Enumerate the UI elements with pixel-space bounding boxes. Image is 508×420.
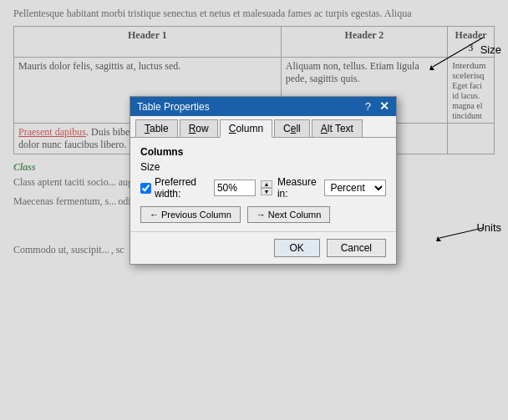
measure-in-select[interactable]: Percent Inches bbox=[324, 180, 386, 196]
preferred-width-checkbox[interactable] bbox=[140, 183, 151, 194]
width-spinner: ▲ ▼ bbox=[261, 180, 272, 195]
tab-table[interactable]: Table bbox=[135, 119, 178, 137]
cancel-button[interactable]: Cancel bbox=[327, 239, 386, 257]
dialog-title: Table Properties bbox=[137, 101, 210, 113]
size-sub-title: Size bbox=[140, 161, 386, 173]
units-callout: Units bbox=[476, 221, 501, 234]
dialog-tabs: Table Row Column Cell Alt Text bbox=[130, 116, 396, 138]
tab-column[interactable]: Column bbox=[220, 119, 272, 138]
dialog-footer: OK Cancel bbox=[130, 231, 396, 264]
preferred-width-row: Preferred width: ▲ ▼ Measure in: Percent… bbox=[140, 176, 386, 200]
dialog-close-button[interactable]: ✕ bbox=[379, 100, 389, 113]
tab-alt-text-label: Alt Text bbox=[321, 123, 353, 134]
next-column-label: Next Column bbox=[268, 210, 322, 220]
dialog-help-button[interactable]: ? bbox=[365, 100, 371, 113]
previous-column-label: Previous Column bbox=[161, 210, 231, 220]
next-arrow-icon: → bbox=[257, 210, 266, 220]
preferred-width-label: Preferred width: bbox=[140, 176, 209, 200]
dialog-titlebar: Table Properties ? ✕ bbox=[130, 97, 396, 116]
columns-section-title: Columns bbox=[140, 146, 386, 158]
tab-cell[interactable]: Cell bbox=[274, 119, 310, 137]
measure-in-label: Measure in: bbox=[277, 176, 319, 200]
spinner-down-button[interactable]: ▼ bbox=[261, 188, 272, 195]
size-callout: Size bbox=[480, 43, 501, 56]
tab-cell-label: Cell bbox=[283, 123, 301, 134]
spinner-up-button[interactable]: ▲ bbox=[261, 180, 272, 188]
tab-alt-text[interactable]: Alt Text bbox=[312, 119, 363, 137]
dialog-body: Columns Size Preferred width: ▲ ▼ Measur… bbox=[130, 138, 396, 231]
size-callout-label: Size bbox=[480, 43, 501, 56]
preferred-width-input[interactable] bbox=[214, 180, 256, 196]
table-properties-dialog: Table Properties ? ✕ Table Row Column Ce… bbox=[130, 96, 397, 265]
next-column-button[interactable]: → Next Column bbox=[247, 206, 331, 223]
tab-row-label: Row bbox=[189, 123, 209, 134]
tab-row[interactable]: Row bbox=[180, 119, 218, 137]
tab-column-label: Column bbox=[229, 123, 263, 134]
units-callout-label: Units bbox=[476, 221, 501, 234]
preferred-width-text: Preferred width: bbox=[155, 176, 209, 200]
previous-column-button[interactable]: ← Previous Column bbox=[140, 206, 241, 223]
prev-arrow-icon: ← bbox=[150, 210, 159, 220]
column-nav-buttons: ← Previous Column → Next Column bbox=[140, 206, 386, 223]
ok-button[interactable]: OK bbox=[274, 239, 320, 257]
tab-table-label: Table bbox=[145, 123, 169, 134]
